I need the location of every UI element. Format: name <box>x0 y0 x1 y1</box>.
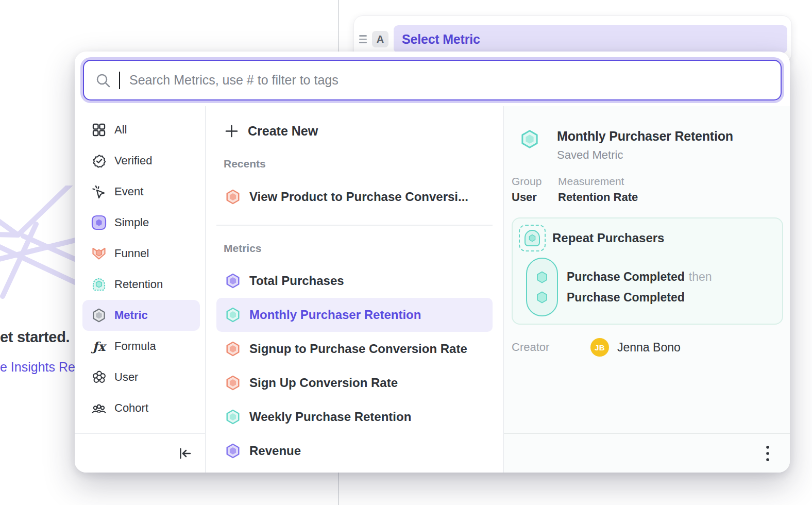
sidebar-footer <box>75 433 205 473</box>
metric-item-label: Monthly Purchaser Retention <box>249 308 421 322</box>
list-divider <box>216 225 493 226</box>
sidebar-item-verified[interactable]: Verified <box>82 145 200 176</box>
simple-hexagon-icon <box>91 215 107 230</box>
metric-picker-modal: All Verified <box>75 52 790 473</box>
hexagon-teal-icon <box>519 129 540 149</box>
definition-step-2: Purchase Completed <box>567 291 712 305</box>
formula-fx-icon: ƒx <box>91 339 107 354</box>
metric-hexagon-icon <box>91 308 107 323</box>
filter-sidebar: All Verified <box>75 106 206 473</box>
recent-item[interactable]: View Product to Purchase Conversi... <box>216 180 493 213</box>
hexagon-teal-icon <box>225 409 241 425</box>
sidebar-item-event[interactable]: Event <box>82 176 200 207</box>
creator-label: Creator <box>512 341 590 354</box>
event-hexagon-icon <box>535 271 549 284</box>
search-focus-ring <box>80 57 784 103</box>
sidebar-item-user[interactable]: User <box>82 362 200 393</box>
recent-item-label: View Product to Purchase Conversi... <box>249 190 468 204</box>
text-caret <box>119 72 120 89</box>
cursor-sparkle-icon <box>91 184 107 199</box>
sidebar-item-label: Cohort <box>114 401 148 415</box>
metric-item[interactable]: Sign Up Conversion Rate <box>216 366 493 400</box>
grid-icon <box>91 122 107 138</box>
metric-item-label: Signup to Purchase Conversion Rate <box>249 342 467 356</box>
search-box[interactable] <box>83 60 782 100</box>
cohort-people-icon <box>91 400 107 416</box>
user-cluster-icon <box>91 369 107 385</box>
detail-header: Monthly Purchaser Retention Saved Metric <box>519 129 782 162</box>
metric-item-label: Revenue <box>249 444 301 458</box>
definition-card: Repeat Purchasers Purchase Completedthen… <box>512 217 783 325</box>
plus-icon <box>225 124 239 138</box>
select-metric-button[interactable]: Select Metric <box>394 25 787 53</box>
detail-subtitle: Saved Metric <box>557 148 733 162</box>
metric-list-panel: Create New Recents View Product to Purch… <box>206 106 504 473</box>
background-line-art <box>0 186 77 304</box>
metric-item[interactable]: Revenue <box>216 434 493 468</box>
definition-name: Repeat Purchasers <box>552 231 664 245</box>
creator-row: Creator JB Jenna Bono <box>512 338 790 357</box>
group-label: Group <box>512 175 558 188</box>
hexagon-orange-icon <box>225 189 241 205</box>
then-connector: then <box>689 270 712 283</box>
retention-definition-icon <box>519 225 546 251</box>
collapse-sidebar-icon[interactable] <box>178 447 192 460</box>
creator-name: Jenna Bono <box>617 341 681 355</box>
sidebar-item-label: Funnel <box>114 247 149 260</box>
event-hexagon-icon <box>535 291 549 304</box>
creator-avatar: JB <box>590 338 609 357</box>
detail-meta: Group User Measurement Retention Rate <box>512 175 790 204</box>
sidebar-item-formula[interactable]: ƒx Formula <box>82 331 200 362</box>
hexagon-orange-icon <box>225 341 241 357</box>
sidebar-item-label: All <box>114 123 127 137</box>
sidebar-item-all[interactable]: All <box>82 114 200 145</box>
search-icon <box>95 73 111 88</box>
screen: et started. e Insights Re A Select Metri… <box>0 0 812 505</box>
metrics-header: Metrics <box>216 242 493 255</box>
sidebar-item-label: User <box>114 371 138 384</box>
sidebar-item-metric[interactable]: Metric <box>82 300 200 331</box>
group-value: User <box>512 191 558 204</box>
detail-footer <box>504 433 790 473</box>
create-new-label: Create New <box>248 124 318 139</box>
more-options-icon[interactable] <box>765 445 770 462</box>
hexagon-orange-icon <box>225 375 241 391</box>
sidebar-item-retention[interactable]: Retention <box>82 269 200 300</box>
metric-item[interactable]: Weekly Purchase Retention <box>216 400 493 434</box>
background-report-link-fragment[interactable]: e Insights Re <box>0 360 75 375</box>
sidebar-item-label: Event <box>114 185 143 198</box>
metric-item[interactable]: Total Purchases <box>216 264 493 298</box>
hexagon-purple-icon <box>225 273 241 289</box>
sidebar-item-cohort[interactable]: Cohort <box>82 393 200 424</box>
background-headline-fragment: et started. <box>0 329 70 346</box>
measurement-value: Retention Rate <box>558 191 638 204</box>
sidebar-item-label: Verified <box>114 154 152 167</box>
create-new-button[interactable]: Create New <box>216 117 493 144</box>
verified-badge-icon <box>91 153 107 169</box>
hexagon-purple-icon <box>225 443 241 459</box>
metric-item[interactable]: Signup to Purchase Conversion Rate <box>216 332 493 366</box>
retention-arch-icon <box>91 277 107 292</box>
recents-header: Recents <box>216 158 493 170</box>
definition-step-1: Purchase Completedthen <box>567 270 712 284</box>
series-a-badge: A <box>372 31 388 47</box>
funnel-hexagon-icon <box>91 246 107 261</box>
metric-item-label: Sign Up Conversion Rate <box>249 376 398 390</box>
sidebar-item-label: Simple <box>114 216 149 229</box>
sidebar-item-label: Formula <box>114 340 156 353</box>
drag-handle-icon[interactable] <box>359 35 367 43</box>
sidebar-item-funnel[interactable]: Funnel <box>82 238 200 269</box>
search-input[interactable] <box>129 73 769 88</box>
sidebar-item-label: Metric <box>114 309 148 322</box>
modal-columns: All Verified <box>75 106 790 473</box>
hexagon-teal-icon <box>225 307 241 323</box>
metric-item-label: Total Purchases <box>249 274 344 288</box>
sidebar-item-simple[interactable]: Simple <box>82 207 200 238</box>
sidebar-item-label: Retention <box>114 278 163 291</box>
measurement-label: Measurement <box>558 175 638 188</box>
metric-detail-panel: Monthly Purchaser Retention Saved Metric… <box>504 106 790 473</box>
detail-title: Monthly Purchaser Retention <box>557 129 733 144</box>
metric-item-selected[interactable]: Monthly Purchaser Retention <box>216 298 493 332</box>
event-sequence-pill <box>526 258 558 316</box>
metric-item-label: Weekly Purchase Retention <box>249 410 411 424</box>
